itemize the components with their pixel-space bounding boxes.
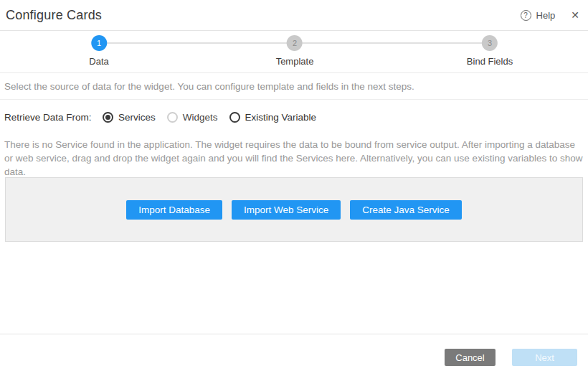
help-link[interactable]: Help — [536, 10, 556, 21]
radio-services-label: Services — [118, 112, 156, 123]
radio-existing-variable-input[interactable] — [229, 112, 240, 123]
step-template-label: Template — [276, 56, 314, 67]
help-icon[interactable]: ? — [521, 10, 531, 21]
dialog-footer: Cancel Next — [0, 334, 588, 376]
step-bind-fields-label: Bind Fields — [467, 56, 513, 67]
step-template[interactable]: 2 Template — [276, 35, 314, 67]
wizard-stepper: 1 Data 2 Template 3 Bind Fields — [0, 31, 588, 73]
intro-helper-text: Select the source of data for the widget… — [0, 73, 588, 100]
retrieve-data-row: Retrieve Data From: Services Widgets Exi… — [4, 108, 584, 126]
cancel-button[interactable]: Cancel — [445, 349, 495, 366]
step-data-label: Data — [89, 56, 108, 67]
radio-option-existing-variable[interactable]: Existing Variable — [229, 112, 317, 123]
retrieve-data-label: Retrieve Data From: — [4, 112, 103, 123]
next-button[interactable]: Next — [512, 349, 577, 366]
close-icon[interactable]: ✕ — [571, 10, 579, 20]
radio-option-widgets[interactable]: Widgets — [167, 112, 218, 123]
import-database-button[interactable]: Import Database — [126, 200, 222, 220]
radio-services-input[interactable] — [103, 112, 113, 123]
radio-option-services[interactable]: Services — [103, 112, 156, 123]
import-web-service-button[interactable]: Import Web Service — [232, 200, 341, 220]
step-data-circle: 1 — [91, 35, 107, 51]
step-data[interactable]: 1 Data — [89, 35, 108, 67]
radio-widgets-input[interactable] — [167, 112, 178, 123]
radio-widgets-label: Widgets — [183, 112, 218, 123]
radio-existing-variable-label: Existing Variable — [245, 112, 317, 123]
service-actions-panel: Import Database Import Web Service Creat… — [5, 177, 583, 242]
step-bind-fields[interactable]: 3 Bind Fields — [467, 35, 513, 67]
dialog-header: Configure Cards ? Help ✕ — [0, 0, 588, 31]
no-service-message: There is no Service found in the applica… — [4, 138, 584, 179]
step-template-circle: 2 — [287, 35, 303, 51]
page-title: Configure Cards — [6, 8, 102, 23]
step-bind-fields-circle: 3 — [482, 35, 498, 51]
header-actions: ? Help ✕ — [521, 10, 579, 21]
create-java-service-button[interactable]: Create Java Service — [350, 200, 462, 220]
